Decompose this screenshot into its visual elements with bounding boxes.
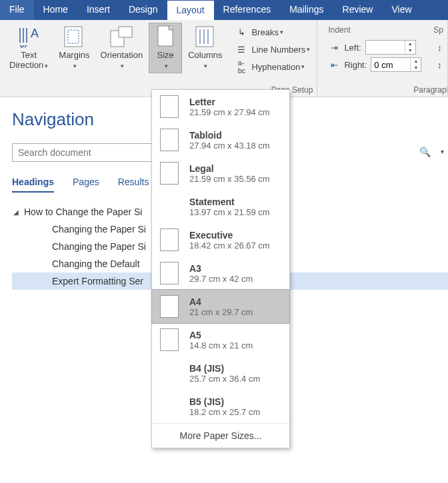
page-thumb-icon: [160, 395, 179, 418]
tab-design[interactable]: Design: [119, 0, 167, 20]
size-option-name: A4: [189, 296, 253, 307]
columns-label: Columns▾: [188, 50, 222, 71]
page-thumb-icon: [160, 195, 179, 218]
size-option-name: Legal: [189, 163, 270, 174]
size-option[interactable]: Tabloid27.94 cm x 43.18 cm: [152, 123, 289, 157]
size-option[interactable]: A514.8 cm x 21 cm: [152, 323, 289, 356]
page-thumb-icon: [160, 129, 179, 151]
line-numbers-button[interactable]: ☰ Line Numbers▾: [231, 41, 313, 57]
text-direction-button[interactable]: A Text Direction▾: [5, 23, 53, 73]
size-option-dim: 18.42 cm x 26.67 cm: [189, 241, 270, 250]
size-label: Size▾: [157, 50, 173, 71]
svg-rect-4: [119, 27, 132, 37]
search-dropdown-icon[interactable]: ▾: [441, 148, 444, 155]
margins-icon: [62, 25, 86, 49]
size-option[interactable]: Executive18.42 cm x 26.67 cm: [152, 223, 289, 256]
page-thumb-icon: [160, 229, 179, 251]
size-option-name: Statement: [189, 197, 270, 207]
orientation-label: Orientation▾: [101, 50, 143, 71]
svg-text:A: A: [31, 27, 39, 40]
line-numbers-icon: ☰: [234, 45, 249, 55]
tab-view[interactable]: View: [382, 0, 421, 20]
tab-mailings[interactable]: Mailings: [280, 0, 333, 20]
text-direction-label: Text Direction▾: [9, 50, 48, 71]
nav-tab-headings[interactable]: Headings: [12, 177, 54, 193]
margins-label: Margins▾: [59, 50, 89, 71]
spacing-after-icon: ↕: [433, 60, 445, 70]
text-direction-icon: A: [17, 25, 41, 49]
indent-title: Indent: [328, 25, 421, 35]
size-option-dim: 21 cm x 29.7 cm: [189, 307, 253, 317]
paragraph-group-label: Paragraph: [317, 85, 448, 97]
size-option-name: B4 (JIS): [189, 363, 260, 374]
tab-home[interactable]: Home: [34, 0, 77, 20]
spacing-before-icon: ↕: [433, 43, 445, 53]
columns-button[interactable]: Columns▾: [183, 23, 227, 73]
size-option[interactable]: A329.7 cm x 42 cm: [152, 256, 289, 290]
breaks-button[interactable]: ↳ Breaks▾: [231, 24, 313, 40]
tab-insert[interactable]: Insert: [77, 0, 119, 20]
size-option[interactable]: B5 (JIS)18.2 cm x 25.7 cm: [152, 390, 289, 423]
size-option-dim: 25.7 cm x 36.4 cm: [189, 374, 260, 384]
tab-review[interactable]: Review: [333, 0, 383, 20]
menubar: File Home Insert Design Layout Reference…: [0, 0, 448, 20]
size-option-dim: 29.7 cm x 42 cm: [189, 274, 253, 284]
indent-right-label: Right:: [344, 60, 367, 70]
tab-layout[interactable]: Layout: [167, 0, 214, 20]
hyphenation-icon: a-bc: [234, 59, 249, 75]
size-option-dim: 14.8 cm x 21 cm: [189, 340, 253, 350]
size-option-name: Letter: [189, 97, 270, 107]
indent-right-spinner[interactable]: ▲▼: [410, 58, 421, 71]
orientation-button[interactable]: Orientation▾: [96, 23, 148, 73]
indent-right-icon: ⇤: [328, 60, 340, 70]
size-option[interactable]: Legal21.59 cm x 35.56 cm: [152, 157, 289, 190]
size-option-dim: 27.94 cm x 43.18 cm: [189, 141, 270, 151]
page-thumb-icon: [160, 362, 179, 384]
tab-file[interactable]: File: [0, 0, 34, 20]
orientation-icon: [109, 25, 133, 49]
hyphenation-button[interactable]: a-bc Hyphenation▾: [231, 59, 313, 75]
size-option-name: Executive: [189, 230, 270, 241]
size-option-dim: 13.97 cm x 21.59 cm: [189, 207, 270, 217]
more-paper-sizes[interactable]: More Paper Sizes...: [152, 423, 289, 448]
size-option[interactable]: Letter21.59 cm x 27.94 cm: [152, 90, 289, 123]
nav-tab-results[interactable]: Results: [118, 177, 149, 193]
search-icon: 🔍: [419, 147, 431, 157]
breaks-icon: ↳: [234, 27, 249, 37]
size-option-dim: 21.59 cm x 35.56 cm: [189, 174, 270, 184]
size-button[interactable]: Size▾: [149, 23, 182, 73]
svg-rect-6: [196, 27, 213, 47]
size-option[interactable]: Statement13.97 cm x 21.59 cm: [152, 190, 289, 223]
ribbon: A Text Direction▾ Margins▾ Orientation▾: [0, 20, 448, 97]
columns-icon: [193, 25, 217, 49]
page-thumb-icon: [160, 295, 179, 318]
page-thumb-icon: [160, 95, 179, 118]
size-dropdown: Letter21.59 cm x 27.94 cmTabloid27.94 cm…: [151, 89, 290, 448]
size-option-name: Tabloid: [189, 130, 270, 141]
size-option-dim: 21.59 cm x 27.94 cm: [189, 107, 270, 117]
page-thumb-icon: [160, 162, 179, 185]
page-thumb-icon: [160, 262, 179, 284]
margins-button[interactable]: Margins▾: [54, 23, 94, 73]
indent-left-label: Left:: [344, 43, 361, 53]
size-option-dim: 18.2 cm x 25.7 cm: [189, 407, 260, 417]
size-option-name: A3: [189, 263, 253, 274]
page-thumb-icon: [160, 328, 179, 351]
tab-references[interactable]: References: [214, 0, 281, 20]
indent-left-icon: ⇥: [328, 43, 340, 53]
size-option[interactable]: B4 (JIS)25.7 cm x 36.4 cm: [152, 356, 289, 390]
nav-tab-pages[interactable]: Pages: [73, 177, 99, 193]
size-option-name: B5 (JIS): [189, 396, 260, 407]
size-option[interactable]: A421 cm x 29.7 cm: [151, 289, 290, 324]
collapse-icon[interactable]: ◢: [13, 209, 24, 216]
size-icon: [153, 25, 177, 49]
size-option-name: A5: [189, 330, 253, 340]
indent-left-spinner[interactable]: ▲▼: [405, 41, 415, 54]
spacing-title: Sp: [433, 25, 445, 35]
